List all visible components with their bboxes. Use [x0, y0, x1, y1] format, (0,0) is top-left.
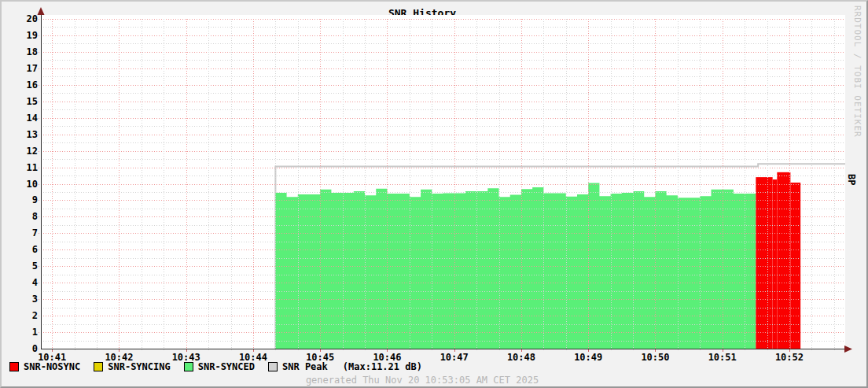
y-tick-label: 15 — [6, 96, 38, 107]
y-tick-label: 7 — [6, 227, 38, 238]
rrdtool-watermark: RRDTOOL / TOBI OETIKER — [852, 6, 862, 138]
x-tick-label: 10:50 — [633, 352, 677, 363]
x-tick-label: 10:51 — [701, 352, 745, 363]
y-tick-label: 17 — [6, 63, 38, 74]
x-tick-label: 10:49 — [566, 352, 610, 363]
legend-color-swatch — [94, 362, 103, 371]
y-tick-label: 18 — [6, 46, 38, 57]
y-tick-label: 8 — [6, 211, 38, 222]
legend-label: SNR-NOSYNC — [24, 361, 80, 372]
y-tick-label: 12 — [6, 146, 38, 157]
y-axis-arrow — [38, 7, 45, 15]
x-axis-arrow — [844, 346, 852, 353]
right-axis-label: BP — [846, 174, 857, 185]
y-tick-label: 19 — [6, 30, 38, 41]
legend-label: SNR Peak — [282, 361, 328, 372]
legend-color-swatch — [184, 362, 193, 371]
legend: SNR-NOSYNCSNR-SYNCINGSNR-SYNCEDSNR Peak(… — [9, 361, 422, 372]
y-tick-label: 2 — [6, 310, 38, 321]
area-snr-synced — [275, 183, 756, 349]
x-tick-label: 10:52 — [767, 352, 811, 363]
y-tick-label: 20 — [6, 13, 38, 24]
y-tick-label: 13 — [6, 129, 38, 140]
y-tick-label: 5 — [6, 261, 38, 272]
y-tick-label: 16 — [6, 79, 38, 91]
rrdtool-graph-image: SNR History 0123456789101112131415161718… — [0, 0, 868, 388]
y-tick-label: 3 — [6, 294, 38, 305]
area-snr-nosync — [777, 172, 790, 349]
legend-color-swatch — [9, 362, 19, 371]
y-tick-label: 11 — [6, 162, 38, 173]
legend-item: SNR Peak — [268, 361, 328, 372]
area-snr-nosync — [773, 179, 778, 349]
snr-history-chart — [2, 2, 868, 388]
legend-color-swatch — [268, 362, 278, 371]
legend-label: SNR-SYNCING — [108, 361, 170, 372]
legend-label: SNR-SYNCED — [198, 361, 255, 372]
x-tick-label: 10:47 — [432, 352, 476, 363]
legend-item: SNR-NOSYNC — [9, 361, 80, 372]
x-tick-label: 10:48 — [499, 352, 543, 363]
y-tick-label: 1 — [6, 327, 38, 338]
y-tick-label: 9 — [6, 194, 38, 205]
area-snr-nosync — [790, 183, 800, 349]
area-snr-nosync — [756, 177, 772, 349]
y-tick-label: 14 — [6, 113, 38, 124]
legend-max-note: (Max:11.21 dB) — [343, 361, 422, 372]
y-tick-label: 6 — [6, 244, 38, 255]
legend-item: SNR-SYNCED — [184, 361, 255, 372]
y-tick-label: 4 — [6, 277, 38, 288]
y-tick-label: 10 — [6, 179, 38, 190]
generated-timestamp: generated Thu Nov 20 10:53:05 AM CET 202… — [2, 375, 843, 386]
legend-item: SNR-SYNCING — [94, 361, 170, 372]
